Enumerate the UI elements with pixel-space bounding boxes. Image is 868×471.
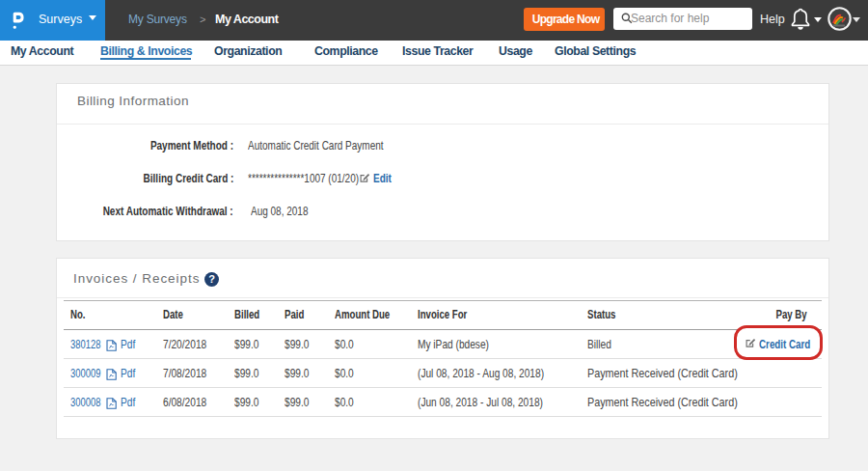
svg-text:?: ? [208, 273, 215, 285]
